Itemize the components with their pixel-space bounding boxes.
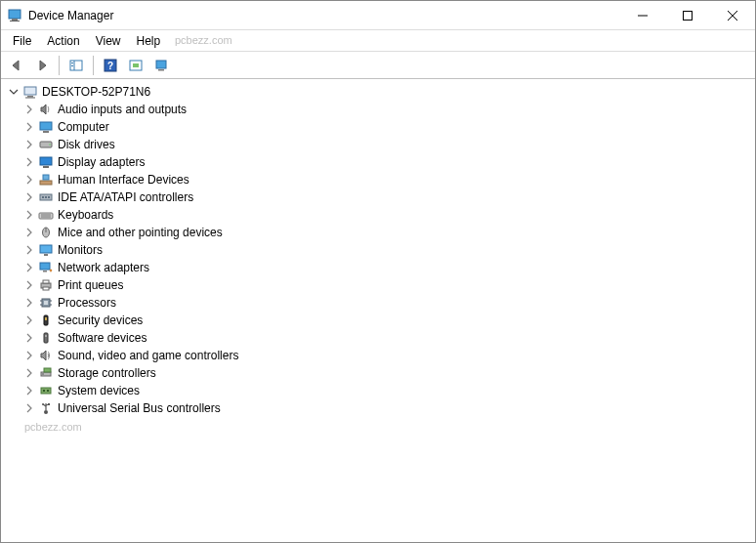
tree-item-label: Monitors xyxy=(58,243,103,257)
toolbar-back-button[interactable] xyxy=(5,55,28,76)
svg-rect-55 xyxy=(44,368,51,372)
tree-row[interactable]: Security devices xyxy=(19,312,753,329)
keyboard-icon xyxy=(38,207,54,223)
display-icon xyxy=(38,154,54,170)
expand-icon[interactable] xyxy=(22,155,36,169)
tree-item-label: Processors xyxy=(58,296,116,310)
expand-icon[interactable] xyxy=(22,190,36,204)
expand-icon[interactable] xyxy=(22,103,36,116)
svg-rect-39 xyxy=(40,263,50,270)
expand-icon[interactable] xyxy=(22,208,36,222)
tree-row[interactable]: Storage controllers xyxy=(19,364,753,382)
svg-rect-4 xyxy=(684,11,693,20)
svg-rect-30 xyxy=(45,196,47,198)
svg-rect-1 xyxy=(12,19,18,21)
svg-rect-0 xyxy=(9,10,21,19)
menu-file[interactable]: File xyxy=(5,32,39,50)
expand-icon[interactable] xyxy=(22,401,36,415)
svg-rect-37 xyxy=(40,245,52,253)
tree-item-label: Universal Serial Bus controllers xyxy=(58,401,221,415)
software-icon xyxy=(38,330,54,346)
tree-item-label: Keyboards xyxy=(58,208,113,222)
expand-icon[interactable] xyxy=(22,173,36,187)
svg-point-53 xyxy=(45,335,47,337)
svg-text:?: ? xyxy=(107,61,113,71)
expand-icon[interactable] xyxy=(22,120,36,134)
expand-icon[interactable] xyxy=(22,349,36,362)
svg-rect-52 xyxy=(44,333,48,343)
tree-row[interactable]: System devices xyxy=(19,382,753,399)
tree-row[interactable]: Sound, video and game controllers xyxy=(19,347,753,364)
watermark-top: pcbezz.com xyxy=(175,34,232,46)
svg-rect-51 xyxy=(45,317,47,320)
tree-row[interactable]: Network adapters xyxy=(19,259,753,276)
svg-rect-16 xyxy=(158,69,164,71)
expand-icon[interactable] xyxy=(22,261,36,274)
tree-item-label: Security devices xyxy=(58,313,143,327)
toolbar-separator xyxy=(93,56,94,75)
tree-row[interactable]: Universal Serial Bus controllers xyxy=(19,399,753,417)
expand-icon[interactable] xyxy=(22,243,36,257)
toolbar-scan-button[interactable] xyxy=(124,55,147,76)
tree-row[interactable]: Audio inputs and outputs xyxy=(19,101,753,118)
toolbar-help-button[interactable]: ? xyxy=(99,55,122,76)
tree-row[interactable]: Monitors xyxy=(19,241,753,259)
close-button[interactable] xyxy=(710,1,755,29)
printer-icon xyxy=(38,277,54,293)
maximize-button[interactable] xyxy=(665,1,710,29)
svg-point-60 xyxy=(44,410,48,414)
toolbar-forward-button[interactable] xyxy=(30,55,54,76)
tree-root-label: DESKTOP-52P71N6 xyxy=(42,85,150,99)
svg-point-56 xyxy=(42,373,44,375)
tree-item-label: Human Interface Devices xyxy=(58,173,189,187)
svg-rect-63 xyxy=(48,403,50,405)
system-icon xyxy=(38,383,54,398)
tree-item-label: Audio inputs and outputs xyxy=(58,103,187,116)
tree-row[interactable]: Display adapters xyxy=(19,153,753,171)
menu-help[interactable]: Help xyxy=(129,32,169,50)
tree-item-label: Mice and other pointing devices xyxy=(58,226,223,239)
minimize-button[interactable] xyxy=(620,1,665,29)
tree-item-label: Network adapters xyxy=(58,261,149,274)
svg-rect-42 xyxy=(43,280,49,283)
tree-row[interactable]: Disk drives xyxy=(19,136,753,153)
tree-row[interactable]: Computer xyxy=(19,118,753,136)
menu-action[interactable]: Action xyxy=(39,32,87,50)
toolbar: ? xyxy=(1,52,755,79)
expand-icon[interactable] xyxy=(22,331,36,345)
tree-row[interactable]: IDE ATA/ATAPI controllers xyxy=(19,188,753,206)
svg-rect-59 xyxy=(47,390,49,392)
expand-icon[interactable] xyxy=(22,296,36,310)
tree-item-label: Print queues xyxy=(58,278,123,292)
expand-icon[interactable] xyxy=(22,138,36,151)
svg-rect-29 xyxy=(42,196,44,198)
tree-row[interactable]: Software devices xyxy=(19,329,753,347)
expand-icon[interactable] xyxy=(22,384,36,397)
device-tree: DESKTOP-52P71N6 Audio inputs and outputs… xyxy=(1,79,755,542)
tree-row[interactable]: Human Interface Devices xyxy=(19,171,753,188)
storage-icon xyxy=(38,365,54,381)
toolbar-properties-button[interactable] xyxy=(149,55,173,76)
tree-row[interactable]: Mice and other pointing devices xyxy=(19,224,753,241)
svg-rect-57 xyxy=(41,388,51,394)
svg-point-23 xyxy=(49,144,51,146)
expand-icon[interactable] xyxy=(22,278,36,292)
toolbar-show-hide-button[interactable] xyxy=(64,55,88,76)
svg-rect-24 xyxy=(40,157,52,165)
collapse-icon[interactable] xyxy=(7,85,21,99)
disk-icon xyxy=(38,137,54,152)
expand-icon[interactable] xyxy=(22,226,36,239)
svg-rect-9 xyxy=(71,63,73,63)
tree-row[interactable]: Processors xyxy=(19,294,753,312)
toolbar-separator xyxy=(59,56,60,75)
tree-root-row[interactable]: DESKTOP-52P71N6 xyxy=(3,83,753,101)
menu-view[interactable]: View xyxy=(88,32,129,50)
tree-row[interactable]: Keyboards xyxy=(19,206,753,224)
svg-rect-14 xyxy=(133,63,139,67)
tree-row[interactable]: Print queues xyxy=(19,276,753,294)
expand-icon[interactable] xyxy=(22,313,36,327)
svg-rect-31 xyxy=(48,196,50,198)
tree-item-label: Disk drives xyxy=(58,138,115,151)
expand-icon[interactable] xyxy=(22,366,36,380)
svg-rect-20 xyxy=(40,122,52,130)
